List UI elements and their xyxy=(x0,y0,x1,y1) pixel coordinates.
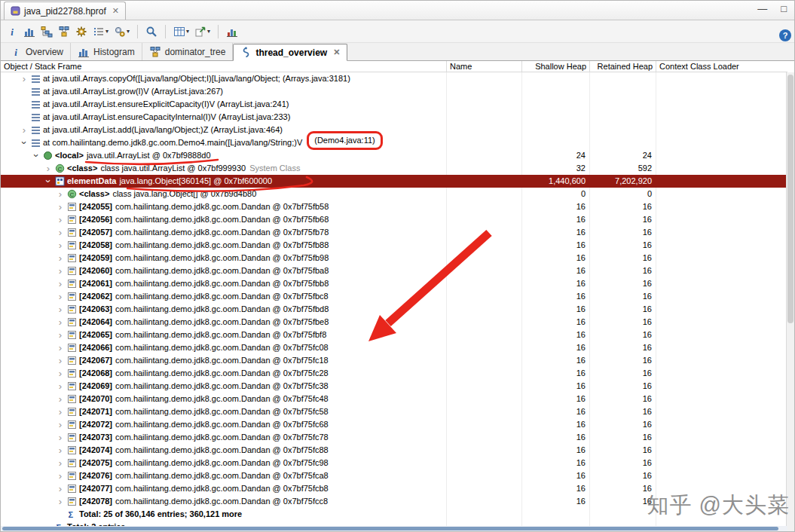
table-row[interactable]: elementDatajava.lang.Object[360145] @ 0x… xyxy=(1,175,787,188)
table-row[interactable]: [242059]com.hailintang.demo.jdk8.gc.oom.… xyxy=(1,252,787,264)
help-icon[interactable]: ? xyxy=(779,29,791,41)
expand-arrow-icon[interactable] xyxy=(55,303,66,316)
expand-arrow-icon[interactable] xyxy=(19,124,29,137)
column-header-shallow-heap[interactable]: Shallow Heap xyxy=(522,61,590,72)
table-row[interactable]: [242058]com.hailintang.demo.jdk8.gc.oom.… xyxy=(1,239,787,252)
table-row[interactable]: C<class>class java.util.ArrayList @ 0x7b… xyxy=(1,162,787,175)
table-row[interactable]: [242062]com.hailintang.demo.jdk8.gc.oom.… xyxy=(1,290,787,303)
expand-arrow-icon[interactable] xyxy=(55,482,66,496)
expand-arrow-icon[interactable] xyxy=(55,393,66,406)
table-row[interactable]: [242075]com.hailintang.demo.jdk8.gc.oom.… xyxy=(1,457,787,469)
table-row[interactable]: [242073]com.hailintang.demo.jdk8.gc.oom.… xyxy=(1,431,787,444)
calculate-retained-sizes-button[interactable] xyxy=(225,23,240,41)
shallow-heap-cell: 16 xyxy=(522,252,590,264)
table-row[interactable]: [242071]com.hailintang.demo.jdk8.gc.oom.… xyxy=(1,405,787,418)
minimize-button[interactable]: — xyxy=(757,4,767,14)
collapse-arrow-icon[interactable] xyxy=(31,149,41,163)
collapse-arrow-icon[interactable] xyxy=(43,175,54,188)
editor-tab-close-icon[interactable]: ✕ xyxy=(112,6,119,16)
search-button[interactable] xyxy=(144,23,159,41)
table-row[interactable]: C<class>class java.lang.Object[] @ 0x7b9… xyxy=(1,188,787,200)
table-row[interactable]: [242057]com.hailintang.demo.jdk8.gc.oom.… xyxy=(1,226,787,239)
expand-arrow-icon[interactable] xyxy=(43,162,54,176)
table-row[interactable]: [242060]com.hailintang.demo.jdk8.gc.oom.… xyxy=(1,264,787,277)
object-icon xyxy=(66,202,78,212)
retained-heap-cell: 16 xyxy=(590,200,656,213)
expand-arrow-icon[interactable] xyxy=(55,418,66,432)
expand-arrow-icon[interactable] xyxy=(55,252,66,265)
expand-arrow-icon[interactable] xyxy=(55,367,66,381)
collapse-arrow-icon[interactable] xyxy=(19,136,29,150)
expand-arrow-icon[interactable] xyxy=(55,431,66,445)
expand-arrow-icon[interactable] xyxy=(55,264,66,278)
tab-histogram[interactable]: Histogram xyxy=(71,43,142,60)
expand-arrow-icon[interactable] xyxy=(55,444,66,457)
table-row[interactable]: [242065]com.hailintang.demo.jdk8.gc.oom.… xyxy=(1,329,787,341)
expand-arrow-icon[interactable] xyxy=(55,188,66,201)
grouping-button[interactable]: ▾ xyxy=(172,23,191,41)
column-header-name[interactable]: Name xyxy=(447,61,522,72)
table-row[interactable]: [242066]com.hailintang.demo.jdk8.gc.oom.… xyxy=(1,341,787,354)
table-row[interactable]: at java.util.Arrays.copyOf([Ljava/lang/O… xyxy=(1,72,787,85)
expand-arrow-icon[interactable] xyxy=(55,495,66,509)
tab-dominator_tree[interactable]: dominator_tree xyxy=(142,43,234,60)
expert-system-button[interactable] xyxy=(74,23,89,41)
expand-arrow-icon[interactable] xyxy=(55,239,66,252)
expand-arrow-icon[interactable] xyxy=(55,354,66,368)
shallow-heap-cell: 16 xyxy=(522,226,590,239)
expand-arrow-icon[interactable] xyxy=(55,200,66,214)
expand-arrow-icon[interactable] xyxy=(55,226,66,240)
table-row[interactable]: at java.util.ArrayList.ensureExplicitCap… xyxy=(1,98,787,111)
expand-arrow-icon[interactable] xyxy=(55,329,66,342)
table-row[interactable]: <local>java.util.ArrayList @ 0x7bf9888d0… xyxy=(1,149,787,162)
retained-heap-cell xyxy=(590,85,656,98)
expand-arrow-icon[interactable] xyxy=(19,72,29,86)
run-report-button[interactable]: ▾ xyxy=(112,23,131,41)
table-row[interactable]: [242068]com.hailintang.demo.jdk8.gc.oom.… xyxy=(1,367,787,380)
column-header-object-stack-frame[interactable]: Object / Stack Frame xyxy=(1,61,447,72)
tab-close-icon[interactable]: ✕ xyxy=(333,47,340,57)
expand-arrow-icon[interactable] xyxy=(55,380,66,393)
expand-arrow-icon[interactable] xyxy=(55,277,66,291)
expand-arrow-icon[interactable] xyxy=(55,405,66,419)
tab-thread_overview[interactable]: thread_overview✕ xyxy=(233,44,347,61)
horizontal-scrollbar-thumb[interactable] xyxy=(2,527,778,530)
table-row[interactable]: [242070]com.hailintang.demo.jdk8.gc.oom.… xyxy=(1,393,787,405)
table-row[interactable]: at java.util.ArrayList.ensureCapacityInt… xyxy=(1,111,787,124)
maximize-button[interactable]: □ xyxy=(781,4,787,14)
object-icon xyxy=(66,407,78,417)
export-button[interactable]: ▾ xyxy=(193,23,212,41)
tab-overview[interactable]: iOverview xyxy=(3,43,71,60)
column-header-retained-heap[interactable]: Retained Heap xyxy=(590,61,656,72)
editor-tab-hprof[interactable]: java_pid22788.hprof ✕ xyxy=(4,2,126,20)
table-row[interactable]: [242069]com.hailintang.demo.jdk8.gc.oom.… xyxy=(1,380,787,393)
table-row[interactable]: [242064]com.hailintang.demo.jdk8.gc.oom.… xyxy=(1,316,787,329)
table-row[interactable]: [242067]com.hailintang.demo.jdk8.gc.oom.… xyxy=(1,354,787,367)
title-bar: java_pid22788.hprof ✕ — □ xyxy=(1,1,794,20)
info-button[interactable]: i xyxy=(5,23,20,41)
expand-arrow-icon[interactable] xyxy=(55,457,66,470)
table-row[interactable]: at com.hailintang.demo.jdk8.gc.oom.Demo4… xyxy=(1,136,787,149)
thread-overview-button[interactable] xyxy=(39,23,54,41)
vertical-scrollbar-thumb[interactable] xyxy=(787,75,793,323)
vertical-scrollbar[interactable] xyxy=(786,72,794,532)
table-row[interactable]: [242076]com.hailintang.demo.jdk8.gc.oom.… xyxy=(1,469,787,482)
expand-arrow-icon[interactable] xyxy=(55,469,66,483)
expand-arrow-icon[interactable] xyxy=(55,213,66,227)
table-row[interactable]: [242061]com.hailintang.demo.jdk8.gc.oom.… xyxy=(1,277,787,290)
search-icon xyxy=(145,26,157,38)
table-row[interactable]: [242072]com.hailintang.demo.jdk8.gc.oom.… xyxy=(1,418,787,431)
horizontal-scrollbar[interactable] xyxy=(1,526,787,531)
histogram-button[interactable] xyxy=(22,23,37,41)
expand-arrow-icon[interactable] xyxy=(55,316,66,329)
table-row[interactable]: [242063]com.hailintang.demo.jdk8.gc.oom.… xyxy=(1,303,787,316)
dominator-tree-button[interactable] xyxy=(57,23,72,41)
table-row[interactable]: [242055]com.hailintang.demo.jdk8.gc.oom.… xyxy=(1,200,787,213)
expand-arrow-icon[interactable] xyxy=(55,341,66,355)
table-row[interactable]: at java.util.ArrayList.grow(I)V (ArrayLi… xyxy=(1,85,787,98)
expand-arrow-icon[interactable] xyxy=(55,290,66,304)
table-row[interactable]: [242056]com.hailintang.demo.jdk8.gc.oom.… xyxy=(1,213,787,226)
column-header-context-class-loader[interactable]: Context Class Loader xyxy=(656,61,787,72)
query-browser-button[interactable]: ▾ xyxy=(91,23,110,41)
table-row[interactable]: [242074]com.hailintang.demo.jdk8.gc.oom.… xyxy=(1,444,787,457)
